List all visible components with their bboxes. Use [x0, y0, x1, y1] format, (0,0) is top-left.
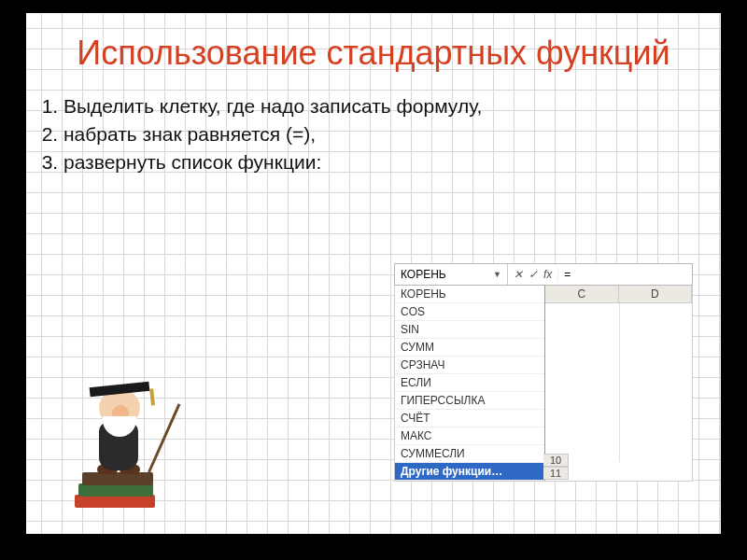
col-header[interactable]: D: [619, 286, 693, 302]
dropdown-item[interactable]: SIN: [395, 321, 544, 339]
list-item: Выделить клетку, где надо записать форму…: [63, 95, 704, 118]
grid-columns: C D: [545, 286, 692, 481]
row-numbers: 10 11: [543, 454, 569, 480]
cells-area[interactable]: [545, 303, 692, 462]
formula-input[interactable]: =: [557, 268, 692, 281]
name-box-value: КОРЕНЬ: [401, 268, 446, 281]
dropdown-item[interactable]: КОРЕНЬ: [395, 286, 544, 303]
formula-bar: КОРЕНЬ ▼ ✕ ✓ fx =: [394, 263, 693, 286]
dropdown-item[interactable]: СУММЕСЛИ: [395, 445, 544, 463]
dropdown-item[interactable]: МАКС: [395, 427, 544, 445]
dropdown-item[interactable]: ГИПЕРССЫЛКА: [395, 392, 544, 410]
dropdown-item[interactable]: COS: [395, 303, 544, 321]
list-item: развернуть список функции:: [63, 151, 704, 174]
instruction-list: Выделить клетку, где надо записать форму…: [63, 95, 704, 174]
book: [78, 483, 153, 497]
slide-title: Использование стандартных функций: [26, 13, 721, 73]
name-box[interactable]: КОРЕНЬ ▼: [395, 264, 508, 285]
pointer-stick: [148, 403, 180, 472]
col-header[interactable]: C: [545, 286, 619, 302]
book: [82, 472, 153, 485]
dropdown-icon[interactable]: ▼: [493, 270, 501, 279]
dropdown-item-more-functions[interactable]: Другие функции…: [395, 463, 544, 481]
fx-button[interactable]: fx: [543, 268, 552, 281]
column-headers: C D: [545, 286, 692, 303]
formula-buttons: ✕ ✓ fx: [508, 268, 557, 281]
row-header[interactable]: 11: [543, 467, 569, 480]
dropdown-item[interactable]: СРЗНАЧ: [395, 357, 544, 374]
slide: Использование стандартных функций Выдели…: [26, 13, 721, 534]
professor-illustration: [58, 349, 189, 508]
excel-screenshot: КОРЕНЬ ▼ ✕ ✓ fx = КОРЕНЬ COS SIN СУММ СР…: [394, 263, 693, 482]
book: [75, 495, 155, 508]
dropdown-item[interactable]: ЕСЛИ: [395, 374, 544, 392]
cancel-icon[interactable]: ✕: [514, 268, 523, 281]
dropdown-item[interactable]: СУММ: [395, 339, 544, 357]
sheet-area: КОРЕНЬ COS SIN СУММ СРЗНАЧ ЕСЛИ ГИПЕРССЫ…: [394, 286, 693, 482]
dropdown-item[interactable]: СЧЁТ: [395, 410, 544, 427]
row-header[interactable]: 10: [543, 454, 569, 467]
grid-line: [619, 303, 620, 462]
accept-icon[interactable]: ✓: [529, 268, 538, 281]
list-item: набрать знак равняется (=),: [63, 123, 704, 146]
function-dropdown[interactable]: КОРЕНЬ COS SIN СУММ СРЗНАЧ ЕСЛИ ГИПЕРССЫ…: [395, 286, 545, 481]
